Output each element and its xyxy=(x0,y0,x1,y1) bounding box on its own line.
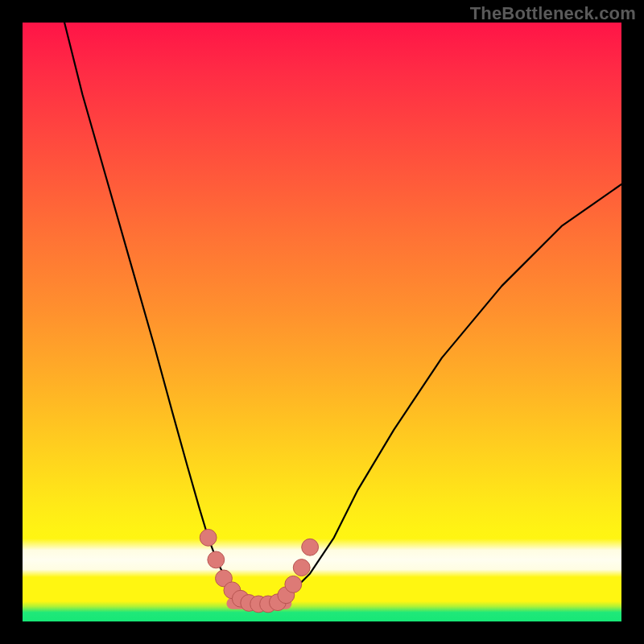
svg-point-10 xyxy=(285,576,302,592)
stage: TheBottleneck.com xyxy=(0,0,644,644)
svg-point-1 xyxy=(208,551,225,568)
chart-svg xyxy=(23,23,621,621)
svg-point-11 xyxy=(293,559,310,576)
plot-area xyxy=(23,23,621,621)
svg-point-12 xyxy=(302,539,319,555)
bottleneck-curve xyxy=(64,23,621,604)
trough-markers xyxy=(200,529,318,612)
svg-point-0 xyxy=(200,529,217,546)
watermark-text: TheBottleneck.com xyxy=(470,3,636,24)
